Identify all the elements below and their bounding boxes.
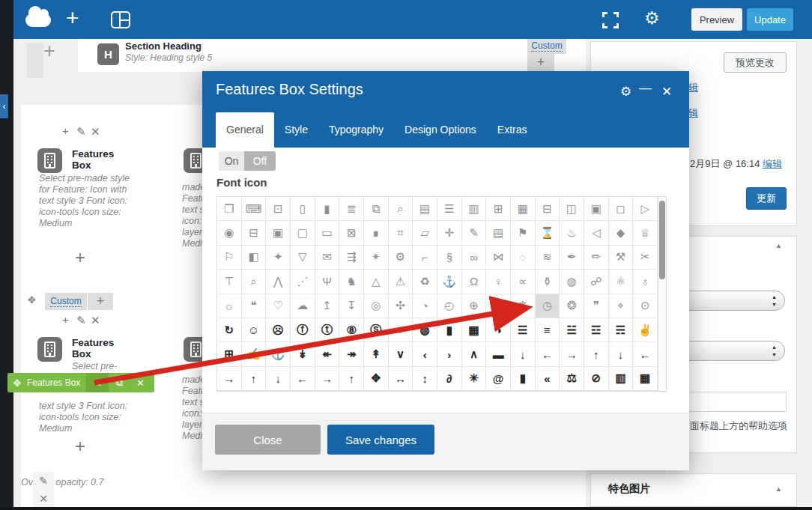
font-icon-cell[interactable]: ☰ — [437, 197, 462, 221]
font-icon-cell[interactable]: ◁ — [584, 221, 609, 245]
font-icon-cell[interactable]: ◧ — [242, 246, 267, 270]
font-icon-cell[interactable]: ⊞ — [486, 197, 511, 221]
clock-icon[interactable]: ◷ — [536, 294, 560, 318]
font-icon-cell[interactable]: ⌨ — [242, 197, 267, 221]
modal-gear-icon[interactable]: ⚙ — [620, 84, 631, 100]
font-icon-cell[interactable]: ⊡ — [266, 197, 291, 221]
font-icon-cell[interactable]: ♞ — [339, 270, 364, 294]
font-icon-cell[interactable]: ▣ — [584, 197, 609, 221]
font-icon-cell[interactable]: ❞ — [584, 294, 609, 318]
font-icon-cell[interactable]: ♨ — [560, 221, 584, 245]
delete-element-button[interactable]: ✕ — [130, 373, 151, 392]
font-icon-cell[interactable]: ◎ — [364, 294, 389, 318]
font-icon-cell[interactable]: ☲ — [584, 318, 609, 342]
layout-templates-icon[interactable] — [111, 11, 130, 28]
font-icon-cell[interactable]: ∨ — [389, 342, 413, 366]
font-icon-cell[interactable]: ⊞ — [217, 342, 242, 366]
font-icon-cell[interactable]: § — [437, 246, 462, 270]
font-icon-cell[interactable]: ▥ — [609, 367, 634, 391]
font-icon-cell[interactable]: ✛ — [437, 221, 462, 245]
panel-collapse-marker[interactable]: ‹ — [0, 94, 8, 118]
font-icon-cell[interactable]: ◴ — [437, 294, 462, 318]
font-icon-cell[interactable]: ⌕ — [242, 270, 267, 294]
font-icon-cell[interactable]: ⊙ — [633, 294, 658, 318]
font-icon-cell[interactable]: ↓ — [609, 342, 634, 366]
font-icon-cell[interactable]: ← — [291, 367, 315, 391]
font-icon-cell[interactable]: ▮ — [511, 367, 536, 391]
font-icon-cell[interactable]: ⚒ — [609, 246, 634, 270]
update-button[interactable]: Update — [747, 8, 793, 31]
collapse-panel-icon[interactable]: ▲ — [775, 242, 782, 249]
font-icon-cell[interactable]: ◑ — [486, 318, 511, 342]
font-icon-cell[interactable]: ☴ — [609, 318, 634, 342]
font-icon-cell[interactable]: ✉ — [315, 246, 340, 270]
font-icon-cell[interactable]: ✴ — [364, 246, 389, 270]
font-icon-cell[interactable]: ☺ — [242, 318, 267, 342]
grid-scrollbar[interactable] — [658, 197, 666, 391]
edit-date-link[interactable]: 编辑 — [763, 158, 782, 169]
font-icon-cell[interactable]: ▦ — [633, 367, 658, 391]
font-icon-cell[interactable]: ↻ — [217, 318, 242, 342]
font-icon-cell[interactable]: ♻ — [413, 270, 437, 294]
font-icon-cell[interactable]: ⌛ — [536, 221, 560, 245]
font-icon-cell[interactable]: « — [536, 367, 560, 391]
block-add-button[interactable]: + — [62, 313, 69, 326]
font-icon-cell[interactable]: Ω — [462, 270, 487, 294]
font-icon-cell[interactable]: ☁ — [291, 294, 315, 318]
font-icon-cell[interactable]: ✣ — [389, 294, 413, 318]
clone-element-button[interactable]: ⧉ — [109, 373, 130, 392]
font-icon-cell[interactable]: ❋ — [511, 294, 536, 318]
font-icon-cell[interactable]: ▮ — [315, 197, 340, 221]
font-icon-cell[interactable]: ≡ — [536, 318, 560, 342]
font-icon-cell[interactable]: → — [217, 367, 242, 391]
font-icon-cell[interactable]: › — [437, 342, 462, 366]
font-icon-cell[interactable]: ⚓ — [266, 342, 291, 366]
font-icon-cell[interactable]: ▥ — [462, 197, 487, 221]
tab-typography[interactable]: Typography — [318, 112, 394, 148]
font-icon-cell[interactable]: ∝ — [511, 270, 536, 294]
font-icon-cell[interactable]: ▮ — [437, 318, 462, 342]
delete-row-button[interactable]: ✕ — [39, 493, 48, 505]
font-icon-cell[interactable]: ⚱ — [536, 270, 560, 294]
font-icon-cell[interactable]: ⚓ — [437, 270, 462, 294]
font-icon-cell[interactable]: ▤ — [486, 221, 511, 245]
font-icon-cell[interactable]: ⋰ — [291, 270, 315, 294]
settings-gear-icon[interactable]: ⚙ — [644, 8, 660, 28]
font-icon-cell[interactable]: ⚛ — [609, 270, 634, 294]
row-preset-custom-tab[interactable]: Custom — [45, 293, 87, 310]
move-icon[interactable]: ✥ — [28, 294, 36, 306]
toggle-off-button[interactable]: Off — [244, 151, 276, 171]
fullscreen-icon[interactable] — [602, 12, 619, 28]
font-icon-cell[interactable]: ⚠ — [389, 270, 413, 294]
font-icon-cell[interactable]: ◉ — [217, 221, 242, 245]
font-icon-cell[interactable]: ♡ — [266, 294, 291, 318]
font-icon-cell[interactable]: ▦ — [511, 197, 536, 221]
modal-close-icon[interactable]: ✕ — [661, 84, 672, 100]
font-icon-cell[interactable]: ↑ — [242, 367, 267, 391]
font-icon-cell[interactable]: ↠ — [339, 342, 364, 366]
font-icon-cell[interactable]: ⊟ — [242, 221, 267, 245]
font-icon-cell[interactable]: ◌ — [511, 246, 536, 270]
font-icon-cell[interactable]: → — [315, 367, 340, 391]
font-icon-cell[interactable]: ▣ — [266, 221, 291, 245]
font-icon-cell[interactable]: ▤ — [413, 197, 437, 221]
font-icon-cell[interactable]: ⚙ — [389, 246, 413, 270]
font-icon-cell[interactable]: ↥ — [315, 294, 340, 318]
font-icon-cell[interactable]: ♀ — [486, 270, 511, 294]
column-preset-custom-tab[interactable]: Custom — [527, 37, 566, 54]
edit-row-button[interactable]: ✎ — [39, 475, 48, 487]
preview-changes-button[interactable]: 预览更改 — [724, 52, 787, 73]
font-icon-cell[interactable]: ⚑ — [511, 221, 536, 245]
font-icon-cell[interactable]: ♕ — [633, 221, 658, 245]
font-icon-cell[interactable]: ✍ — [242, 342, 267, 366]
font-icon-cell[interactable]: ⌖ — [609, 294, 634, 318]
font-icon-cell[interactable]: ← — [536, 342, 560, 366]
font-icon-cell[interactable]: ✏ — [584, 246, 609, 270]
font-icon-cell[interactable]: ◍ — [413, 318, 437, 342]
font-icon-cell[interactable]: ⇶ — [339, 246, 364, 270]
font-icon-cell[interactable]: ◫ — [560, 197, 584, 221]
font-icon-cell[interactable]: ❐ — [217, 197, 242, 221]
font-icon-cell[interactable]: ▢ — [291, 221, 315, 245]
font-icon-cell[interactable]: ◻ — [609, 197, 634, 221]
row-drag-handle[interactable] — [27, 43, 43, 78]
